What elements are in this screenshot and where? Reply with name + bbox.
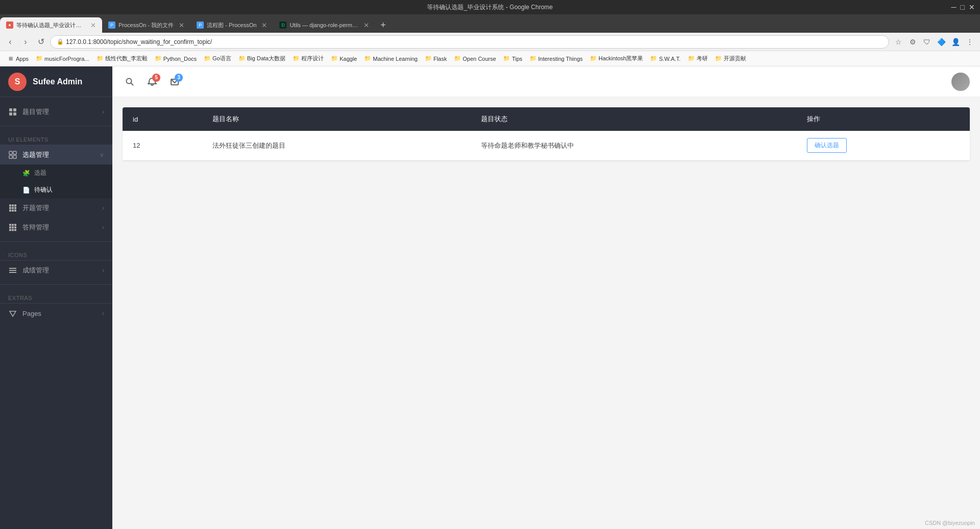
tab-processson2[interactable]: P 流程图 - ProcessOn ✕ [190,17,273,33]
url-bar[interactable]: 🔒 127.0.0.1:8000/topic/show_waiting_for_… [50,35,889,49]
bell-button[interactable]: 5 [145,75,159,89]
bookmark-python[interactable]: 📁 Python_Docs [152,54,200,63]
tab-close-p1[interactable]: ✕ [179,21,184,29]
app-container: S Sufee Admin 题目管理 › UI ELEMENTS 选题管理 [0,66,980,529]
sidebar-item-topic-mgmt[interactable]: 题目管理 › [0,102,112,122]
svg-rect-13 [14,207,16,209]
minimize-icon[interactable]: ─ [951,3,957,11]
bookmark-linear[interactable]: 📁 线性代数_李宏毅 [93,54,151,63]
chevron-right-icon-grade: › [102,267,104,274]
confirm-select-button[interactable]: 确认选题 [807,138,847,153]
folder-icon-interesting: 📁 [530,55,537,62]
extension-icon3[interactable]: 🔷 [935,36,947,48]
folder-icon-opencourse: 📁 [454,55,461,62]
bookmark-flask[interactable]: 📁 Flask [422,54,450,63]
bookmark-prog[interactable]: 📁 程序设计 [290,54,327,63]
folder-icon-flask: 📁 [425,55,432,62]
svg-rect-11 [9,207,11,209]
extension-icon2[interactable]: 🛡 [921,36,933,48]
tab-label-main: 等待确认选题_毕业设计系统 [16,21,85,29]
bookmark-ml[interactable]: 📁 Machine Learning [361,54,420,63]
bookmark-go[interactable]: 📁 Go语言 [201,54,234,63]
bookmarks-bar: ⊞ Apps 📁 musicForProgra... 📁 线性代数_李宏毅 📁 … [0,51,980,66]
forward-button[interactable]: › [19,36,32,48]
svg-rect-17 [9,224,11,226]
profile-icon[interactable]: 👤 [949,36,962,48]
sidebar-item-select-mgmt[interactable]: 选题管理 ∨ [0,145,112,165]
bookmark-tips[interactable]: 📁 Tips [500,54,525,63]
bookmark-kaoyuan[interactable]: 📁 考研 [685,54,711,63]
main-content: 5 3 id 题目名称 题目状态 操作 [112,66,980,529]
sidebar-item-open-mgmt[interactable]: 开题管理 › [0,198,112,218]
bookmark-kaggle[interactable]: 📁 Kaggle [328,54,360,63]
tab-close-django[interactable]: ✕ [364,21,369,29]
tab-label-django: Utils — django-role-permiss... [290,22,358,28]
sidebar-item-grade-mgmt[interactable]: 成绩管理 › [0,261,112,280]
cell-name: 法外狂徒张三创建的题目 [202,131,471,160]
new-tab-button[interactable]: + [375,17,391,33]
bookmark-label-hackintosh: Hackintosh黑苹果 [599,55,643,62]
bookmark-opensource[interactable]: 📁 开源贡献 [712,54,749,63]
content-area: id 题目名称 题目状态 操作 12 法外狂徒张三创建的题目 等待命题老师和教学… [112,97,980,171]
topic-mgmt-icon [8,107,17,117]
sidebar-item-topic-pending[interactable]: 📄 待确认 [0,181,112,198]
back-button[interactable]: ‹ [4,36,16,48]
section-label-ui: UI ELEMENTS [0,130,112,145]
sidebar-item-defense-mgmt[interactable]: 答辩管理 › [0,218,112,237]
select-mgmt-icon [8,150,17,159]
waiting-confirm-table: id 题目名称 题目状态 操作 12 法外狂徒张三创建的题目 等待命题老师和教学… [123,107,970,160]
chevron-right-icon-defense: › [102,224,104,231]
folder-icon-go: 📁 [204,55,211,62]
label-topic-choose: 选题 [34,169,46,177]
divider-5 [0,284,112,285]
url-text: 127.0.0.1:8000/topic/show_waiting_for_co… [66,38,212,45]
tab-django[interactable]: D Utils — django-role-permiss... ✕ [273,17,375,33]
apps-label: Apps [16,56,29,62]
svg-rect-18 [12,224,14,226]
tab-close-main[interactable]: ✕ [90,21,96,29]
star-icon[interactable]: ☆ [892,36,904,48]
svg-line-31 [131,83,134,85]
open-mgmt-icon [8,203,17,213]
sidebar-item-topic-choose[interactable]: 🧩 选题 [0,165,112,181]
cell-status: 等待命题老师和教学秘书确认中 [471,131,797,160]
bookmark-label-opensource: 开源贡献 [724,55,746,62]
svg-rect-3 [13,112,16,116]
brand-name: Sufee Admin [33,77,82,86]
bookmark-interesting[interactable]: 📁 Interesting Things [527,54,586,63]
cell-action: 确认选题 [797,131,970,160]
bookmark-label-music: musicForProgra... [44,56,89,62]
tab-main[interactable]: ● 等待确认选题_毕业设计系统 ✕ [0,17,102,33]
tab-processson1[interactable]: P ProcessOn - 我的文件 ✕ [102,17,190,33]
mail-button[interactable]: 3 [168,75,182,89]
bookmark-hackintosh[interactable]: 📁 Hackintosh黑苹果 [587,54,646,63]
bookmark-label-prog: 程序设计 [301,55,324,62]
svg-rect-10 [14,204,16,206]
bookmark-bigdata[interactable]: 📁 Big Data大数据 [235,54,289,63]
tab-close-p2[interactable]: ✕ [261,21,267,29]
bookmark-opencourse[interactable]: 📁 Open Course [451,54,499,63]
bookmark-apps[interactable]: ⊞ Apps [4,54,32,63]
search-button[interactable] [123,75,137,89]
close-icon[interactable]: ✕ [969,3,975,11]
bookmark-music[interactable]: 📁 musicForProgra... [33,54,92,63]
svg-rect-4 [9,151,12,154]
chevron-right-icon: › [102,108,104,116]
bookmark-label-kaoyuan: 考研 [697,55,708,62]
restore-icon[interactable]: □ [961,3,965,11]
watermark: CSDN @biyezuopin [925,520,975,526]
submenu-select: 🧩 选题 📄 待确认 [0,165,112,198]
divider-3 [0,241,112,242]
sidebar-item-pages[interactable]: Pages › [0,304,112,323]
bookmark-swat[interactable]: 📁 S.W.A.T. [647,54,683,63]
reload-button[interactable]: ↺ [35,36,47,48]
user-avatar[interactable] [951,73,970,91]
grade-mgmt-icon [8,266,17,275]
svg-rect-28 [9,272,16,273]
menu-icon[interactable]: ⋮ [964,36,976,48]
extension-icon1[interactable]: ⚙ [906,36,919,48]
avatar-image [951,73,970,91]
bookmark-label-kaggle: Kaggle [340,56,357,62]
tab-favicon-main: ● [6,21,13,29]
top-header: 5 3 [112,66,980,97]
